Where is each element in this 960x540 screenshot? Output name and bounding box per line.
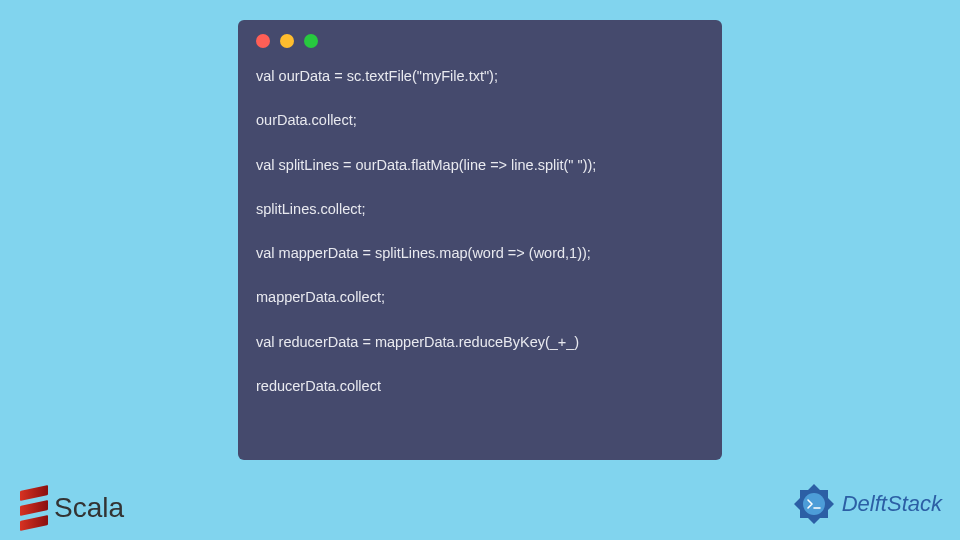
code-line: val splitLines = ourData.flatMap(line =>… [256, 155, 704, 175]
maximize-icon [304, 34, 318, 48]
code-line: val ourData = sc.textFile("myFile.txt"); [256, 66, 704, 86]
scala-icon [20, 488, 48, 528]
delftstack-badge-icon [790, 480, 838, 528]
minimize-icon [280, 34, 294, 48]
close-icon [256, 34, 270, 48]
traffic-lights [256, 34, 704, 48]
code-area: val ourData = sc.textFile("myFile.txt");… [256, 66, 704, 396]
delftstack-logo: DelftStack [790, 480, 942, 528]
svg-point-1 [803, 493, 825, 515]
scala-logo: Scala [20, 488, 124, 528]
delftstack-text: DelftStack [842, 491, 942, 517]
code-line: reducerData.collect [256, 376, 704, 396]
code-line: val mapperData = splitLines.map(word => … [256, 243, 704, 263]
code-line: ourData.collect; [256, 110, 704, 130]
code-line: mapperData.collect; [256, 287, 704, 307]
code-line: splitLines.collect; [256, 199, 704, 219]
scala-text: Scala [54, 492, 124, 524]
code-line: val reducerData = mapperData.reduceByKey… [256, 332, 704, 352]
code-window: val ourData = sc.textFile("myFile.txt");… [238, 20, 722, 460]
